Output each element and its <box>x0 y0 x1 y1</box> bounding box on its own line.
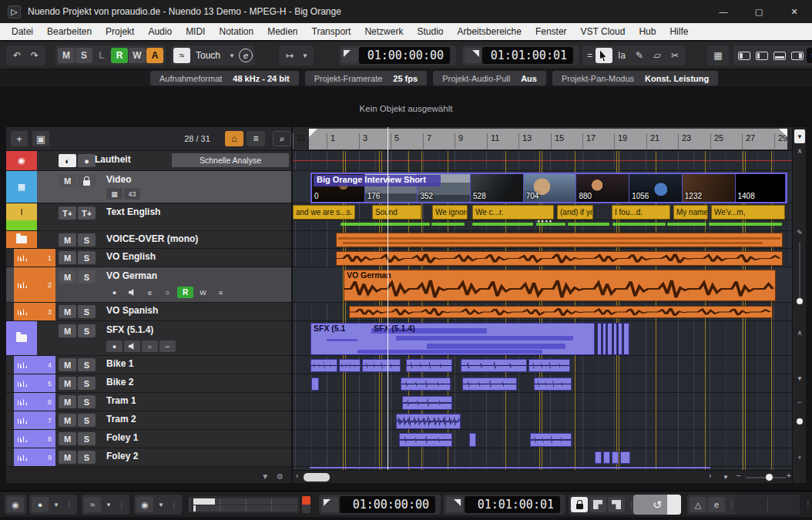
write-all-button[interactable]: W <box>129 48 146 63</box>
solo-button[interactable]: S <box>78 233 96 247</box>
caret-up-icon[interactable]: ∧ <box>793 147 807 155</box>
chevron-down-icon[interactable]: ▼ <box>155 502 167 508</box>
sfx-slice[interactable] <box>623 323 629 355</box>
solo-button[interactable]: S <box>78 251 96 264</box>
caret-up-icon[interactable]: ∧ <box>793 329 807 337</box>
redo-button[interactable]: ↷ <box>26 48 43 63</box>
clip-indicator[interactable] <box>302 496 310 513</box>
maximize-button[interactable]: ▢ <box>741 0 777 23</box>
track-row-vo-german[interactable]: 2 M S VO German ● e ○ R W ≡ <box>6 267 291 303</box>
menu-item[interactable]: Medien <box>260 23 304 40</box>
audio-clip[interactable] <box>595 451 602 464</box>
audio-clip[interactable] <box>399 433 452 447</box>
audio-clip[interactable] <box>310 359 337 372</box>
mute-button[interactable]: M <box>59 174 76 187</box>
text-event[interactable]: (and) if you woul...e. <box>557 205 593 220</box>
drag-handle-dots[interactable]: ▪▪▪▪ <box>537 217 553 225</box>
menu-item[interactable]: Bearbeiten <box>40 23 99 40</box>
monitor-button[interactable] <box>124 287 140 298</box>
timeline-body[interactable]: Big Orange Interview Short 0176352528704… <box>293 151 792 470</box>
write-automation-button[interactable]: W <box>195 287 211 298</box>
project-setting[interactable]: Projekt-Pan-Modus Konst. Leistung <box>552 71 718 86</box>
track-preset-icon[interactable]: ▣ <box>32 131 49 146</box>
solo-button[interactable]: S <box>78 358 96 371</box>
lock-punch-button[interactable] <box>571 497 588 512</box>
record-loudness-button[interactable]: ● <box>78 154 96 167</box>
pencil-tool-icon[interactable]: ✎ <box>631 48 648 63</box>
chevron-down-icon[interactable]: ▼ <box>50 502 62 508</box>
chevron-down-icon[interactable]: ▼ <box>102 502 115 508</box>
waveform-zoom-slider[interactable] <box>799 243 800 304</box>
menu-item[interactable]: Hub <box>632 23 663 40</box>
menu-item[interactable]: MIDI <box>179 23 212 40</box>
sfx-slice[interactable] <box>607 323 612 355</box>
audio-clip[interactable] <box>362 359 401 372</box>
text-event[interactable]: Sound <box>372 205 421 220</box>
hscroll-thumb[interactable] <box>304 473 330 481</box>
right-locator-handle[interactable] <box>779 129 787 137</box>
project-setting[interactable]: Projekt-Audio-Pull Aus <box>433 71 546 86</box>
text-event[interactable]: and we are s...s. <box>293 205 355 220</box>
left-locator-icon[interactable] <box>321 497 338 512</box>
track-row[interactable]: 4 M S Bike 1 <box>6 356 291 374</box>
audio-clip[interactable] <box>406 359 452 372</box>
object-selection-tool[interactable] <box>596 48 612 63</box>
track-row[interactable]: 9 M S Foley 2 <box>6 448 291 467</box>
text-range-bar[interactable] <box>667 223 706 226</box>
text-range-bar[interactable] <box>472 223 533 226</box>
track-options-icon[interactable]: ≡ <box>213 287 229 298</box>
keyboard-icon[interactable]: ▦ <box>710 48 726 63</box>
menu-item[interactable]: VST Cloud <box>574 23 632 40</box>
left-locator-icon[interactable] <box>341 48 358 63</box>
track-list-menu-icon[interactable]: ≡ <box>247 131 265 146</box>
menu-item[interactable]: Netzwerk <box>357 23 410 40</box>
pencil-icon[interactable]: ✎ <box>793 229 807 237</box>
monitor-button[interactable] <box>124 341 140 352</box>
track-row-vo-spanish[interactable]: 3 M S VO Spanish <box>6 303 291 321</box>
zoom-out-vertical-icon[interactable]: − <box>793 398 807 406</box>
sfx-slice[interactable] <box>602 323 606 355</box>
cycle-button[interactable]: ↺ <box>633 495 681 515</box>
mute-button[interactable]: M <box>59 324 76 337</box>
audio-clip-vo-spanish[interactable] <box>349 306 773 318</box>
mute-button[interactable]: M <box>59 432 76 445</box>
kebab-icon[interactable]: ⋮ <box>116 501 127 509</box>
audio-clip[interactable] <box>462 377 517 391</box>
kebab-icon[interactable]: ⋮ <box>169 501 180 509</box>
mute-button[interactable]: M <box>59 451 76 464</box>
menu-item[interactable]: Audio <box>141 23 179 40</box>
automation-mode-select[interactable]: Touch <box>191 50 225 61</box>
mute-button[interactable]: M <box>59 305 76 318</box>
chevron-down-icon[interactable]: ▼ <box>226 52 238 59</box>
mute-button[interactable]: M <box>59 358 76 371</box>
solo-button[interactable]: S <box>78 270 96 283</box>
track-visibility-agent-icon[interactable]: ⌂ <box>225 131 243 146</box>
menu-item[interactable]: Fenster <box>528 23 574 40</box>
menu-item[interactable]: Studio <box>410 23 450 40</box>
left-locator-time[interactable]: 01:00:00:00 <box>359 47 450 64</box>
aspect-ratio-button[interactable]: 43 <box>124 188 140 200</box>
scissors-tool-icon[interactable]: ✂ <box>666 48 683 63</box>
solo-button[interactable]: S <box>78 395 96 408</box>
audio-event-line[interactable] <box>310 467 710 468</box>
close-button[interactable]: ✕ <box>777 0 812 23</box>
text-event[interactable]: We ignore ...r. <box>432 205 468 220</box>
text-event[interactable]: My name is.... <box>673 205 708 220</box>
transport-right-locator-time[interactable]: 01:01:00:01 <box>465 496 560 513</box>
metronome-button[interactable]: △ <box>690 497 706 512</box>
audio-clip[interactable] <box>612 451 619 464</box>
timeline-ruler[interactable]: 135791113151719212325272931 <box>293 127 792 151</box>
lock-button[interactable] <box>78 174 96 187</box>
audio-clip[interactable] <box>469 433 476 447</box>
folder-events-overview[interactable] <box>336 233 783 247</box>
menu-item[interactable]: Projekt <box>99 23 141 40</box>
sfx-slice[interactable] <box>618 323 622 355</box>
text-range-bar[interactable] <box>568 223 609 226</box>
tempo-edit-button[interactable]: e <box>708 497 725 512</box>
zoom-slider-handle[interactable] <box>766 474 773 481</box>
playhead-cursor[interactable] <box>388 127 388 470</box>
group-edit-icon[interactable]: = <box>142 341 158 352</box>
zoom-preset-dropdown-icon[interactable]: ▼ <box>723 474 729 481</box>
phase-coherent-icon[interactable]: ∽ <box>159 341 176 352</box>
text-range-bar[interactable] <box>341 223 430 226</box>
